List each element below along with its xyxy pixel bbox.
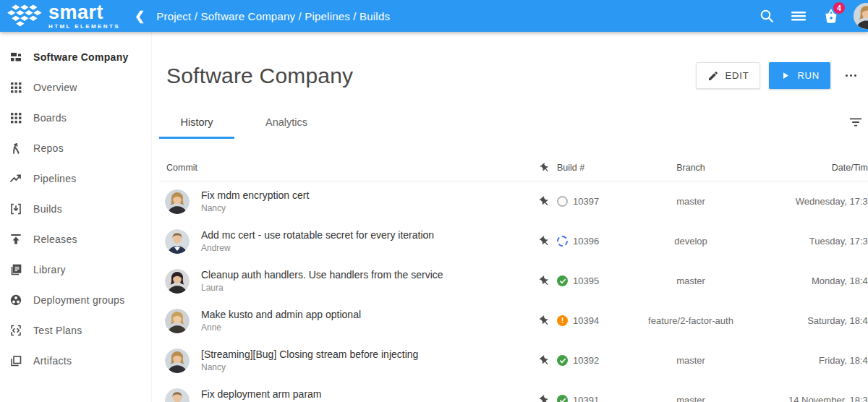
table-row[interactable]: Add mc cert - use rotatable secret for e… bbox=[159, 221, 868, 261]
commit-cell: Add mc cert - use rotatable secret for e… bbox=[159, 229, 535, 254]
sidebar-item-label: Releases bbox=[33, 234, 77, 245]
author-avatar bbox=[165, 229, 190, 254]
grid-icon bbox=[9, 81, 22, 94]
build-number: 10394 bbox=[573, 315, 599, 326]
hamburger-menu-icon[interactable] bbox=[790, 7, 807, 25]
build-status-queued-icon bbox=[557, 196, 568, 207]
trend-icon bbox=[9, 172, 22, 185]
edit-button[interactable]: EDIT bbox=[696, 62, 761, 89]
author-avatar bbox=[165, 189, 190, 214]
more-options-icon[interactable] bbox=[842, 70, 858, 82]
pin-icon[interactable] bbox=[539, 315, 550, 327]
sidebar-item-test-plans[interactable]: Test Plans bbox=[0, 315, 151, 346]
releases-icon bbox=[9, 233, 22, 246]
column-header-build[interactable]: Build # bbox=[554, 163, 637, 173]
build-status-succeeded-icon bbox=[557, 355, 568, 366]
table-row[interactable]: Fix mdm encryption cert Nancy 10397 mast… bbox=[159, 181, 868, 221]
branch-name: develop bbox=[637, 236, 745, 247]
library-icon bbox=[9, 263, 22, 276]
commit-cell: [Streaming][Bug] Closing stream before i… bbox=[159, 348, 535, 373]
filter-icon[interactable] bbox=[848, 114, 864, 130]
build-datetime: Monday, 18:43 bbox=[745, 275, 868, 286]
build-datetime: Tuesday, 17:33 bbox=[745, 236, 868, 247]
sidebar-item-releases[interactable]: Releases bbox=[0, 224, 151, 255]
build-datetime: Friday, 18:48 bbox=[745, 355, 868, 366]
brand-name: smart bbox=[48, 3, 120, 22]
tab-analytics[interactable]: Analytics bbox=[249, 111, 324, 139]
commit-cell: Cleanup auth handlers. Use handlers from… bbox=[159, 269, 535, 294]
sidebar-item-library[interactable]: Library bbox=[0, 255, 151, 285]
pin-icon[interactable] bbox=[539, 236, 550, 247]
build-status-warning-icon: ! bbox=[557, 315, 568, 326]
sidebar-item-builds[interactable]: Builds bbox=[0, 194, 151, 224]
play-icon bbox=[780, 70, 791, 81]
sidebar-item-overview[interactable]: Overview bbox=[0, 72, 151, 103]
commit-message: [Streaming][Bug] Closing stream before i… bbox=[201, 348, 418, 360]
build-number: 10392 bbox=[573, 355, 599, 366]
table-row[interactable]: Make kusto and admin app optional Anne !… bbox=[159, 301, 868, 341]
brand-subtitle: HTML ELEMENTS bbox=[48, 24, 120, 30]
table-header-row: Commit Build # Branch Date/Time bbox=[159, 155, 868, 181]
user-avatar[interactable] bbox=[854, 3, 868, 29]
sidebar-item-repos[interactable]: Repos bbox=[0, 133, 151, 163]
edit-button-label: EDIT bbox=[726, 70, 749, 81]
artifacts-icon bbox=[9, 354, 22, 367]
column-header-commit[interactable]: Commit bbox=[159, 163, 535, 173]
build-datetime: Saturday, 18:45 bbox=[745, 315, 868, 326]
back-chevron-icon[interactable]: ❮ bbox=[135, 9, 145, 24]
table-row[interactable]: Cleanup auth handlers. Use handlers from… bbox=[159, 261, 868, 301]
shopping-bag-icon[interactable]: 4 bbox=[822, 7, 841, 25]
branch-name: master bbox=[637, 196, 745, 207]
pin-icon[interactable] bbox=[539, 395, 550, 402]
build-status-running-icon bbox=[557, 236, 568, 247]
commit-author: Laura bbox=[201, 283, 443, 293]
commit-author: Andrew bbox=[201, 243, 434, 253]
column-header-branch[interactable]: Branch bbox=[637, 163, 745, 173]
grid-icon bbox=[9, 111, 22, 124]
test-plans-icon bbox=[9, 324, 22, 337]
pencil-icon bbox=[707, 70, 719, 82]
tab-history[interactable]: History bbox=[159, 111, 234, 139]
commit-message: Add mc cert - use rotatable secret for e… bbox=[201, 229, 434, 241]
author-avatar bbox=[165, 388, 190, 402]
search-icon[interactable] bbox=[758, 7, 775, 25]
build-datetime: Wednesday, 17:33 bbox=[745, 196, 868, 207]
sidebar-item-label: Pipelines bbox=[33, 173, 77, 184]
commit-message: Make kusto and admin app optional bbox=[201, 309, 361, 320]
sidebar-item-boards[interactable]: Boards bbox=[0, 103, 151, 133]
commit-cell: Fix mdm encryption cert Nancy bbox=[159, 189, 535, 214]
sidebar-item-label: Deployment groups bbox=[33, 294, 125, 306]
logo-diamonds-icon bbox=[6, 4, 42, 28]
run-button[interactable]: RUN bbox=[769, 62, 830, 89]
commit-cell: Fix deployment arm param Andrew bbox=[159, 388, 535, 402]
sidebar-item-artifacts[interactable]: Artifacts bbox=[0, 346, 151, 376]
pin-icon[interactable] bbox=[539, 196, 550, 208]
commit-message: Fix deployment arm param bbox=[201, 388, 322, 400]
top-app-bar: smart HTML ELEMENTS ❮ Project / Software… bbox=[0, 0, 868, 32]
run-button-label: RUN bbox=[797, 70, 820, 81]
table-body: Fix mdm encryption cert Nancy 10397 mast… bbox=[159, 181, 868, 402]
build-number: 10395 bbox=[573, 275, 599, 286]
app-logo[interactable]: smart HTML ELEMENTS bbox=[0, 3, 127, 30]
sidebar: Software Company Overview Boards Repos P… bbox=[0, 32, 152, 402]
sidebar-item-label: Test Plans bbox=[33, 325, 82, 336]
pin-icon[interactable] bbox=[539, 275, 550, 287]
build-status-succeeded-icon bbox=[557, 275, 568, 286]
builds-table: Commit Build # Branch Date/Time Fix mdm … bbox=[159, 155, 868, 402]
column-header-datetime[interactable]: Date/Time bbox=[745, 163, 868, 173]
sidebar-item-software-company[interactable]: Software Company bbox=[0, 42, 151, 72]
breadcrumb[interactable]: Project / Software Company / Pipelines /… bbox=[156, 10, 390, 22]
sidebar-item-deployment-groups[interactable]: Deployment groups bbox=[0, 285, 151, 315]
topbar-actions: 4 bbox=[744, 3, 868, 29]
page-title: Software Company bbox=[166, 64, 696, 88]
sidebar-item-label: Library bbox=[33, 264, 66, 275]
sidebar-item-label: Boards bbox=[33, 112, 67, 124]
table-row[interactable]: [Streaming][Bug] Closing stream before i… bbox=[159, 341, 868, 380]
pin-icon[interactable] bbox=[539, 355, 550, 367]
table-row[interactable]: Fix deployment arm param Andrew 10391 ma… bbox=[159, 380, 868, 402]
commit-cell: Make kusto and admin app optional Anne bbox=[159, 309, 535, 333]
cart-badge: 4 bbox=[832, 1, 846, 15]
sidebar-item-pipelines[interactable]: Pipelines bbox=[0, 163, 151, 194]
sidebar-item-label: Artifacts bbox=[33, 355, 72, 367]
sidebar-item-label: Overview bbox=[33, 82, 77, 93]
